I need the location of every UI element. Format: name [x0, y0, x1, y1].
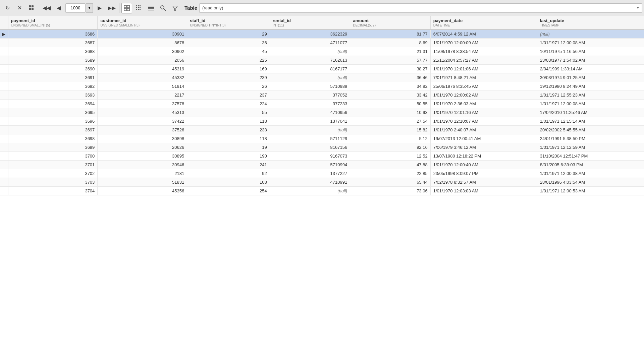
cell-last_update[interactable]: 24/01/1991 5:38:50 PM — [537, 134, 644, 143]
cell-payment_id[interactable]: 3695 — [8, 108, 98, 117]
cell-payment_id[interactable]: 3686 — [8, 29, 98, 39]
cell-staff_id[interactable]: 55 — [187, 108, 270, 117]
table-row[interactable]: 36883090245(null)21.3111/08/1978 8:38:54… — [0, 47, 644, 56]
cell-rental_id[interactable]: 3622329 — [270, 29, 350, 39]
cell-rental_id[interactable]: 9167073 — [270, 152, 350, 161]
cell-payment_id[interactable]: 3692 — [8, 82, 98, 91]
cell-staff_id[interactable]: 118 — [187, 134, 270, 143]
cell-payment_date[interactable]: 25/06/1976 8:35:45 AM — [430, 82, 537, 91]
cell-customer_id[interactable]: 8678 — [98, 39, 187, 47]
cell-payment_date[interactable]: 1/01/1970 2:36:03 AM — [430, 100, 537, 108]
cell-customer_id[interactable]: 30895 — [98, 152, 187, 161]
filter-button[interactable] — [170, 3, 180, 13]
cell-payment_id[interactable]: 3689 — [8, 56, 98, 65]
cell-payment_date[interactable]: 21/11/2004 2:57:27 AM — [430, 56, 537, 65]
cell-payment_id[interactable]: 3687 — [8, 39, 98, 47]
cell-staff_id[interactable]: 241 — [187, 161, 270, 169]
table-row[interactable]: 369145332239(null)36.467/01/1971 8:48:21… — [0, 73, 644, 82]
cell-last_update[interactable]: 23/03/1977 1:54:02 AM — [537, 56, 644, 65]
cell-customer_id[interactable]: 45332 — [98, 73, 187, 82]
cell-payment_date[interactable]: 13/07/1980 12:18:22 PM — [430, 152, 537, 161]
refresh-button[interactable]: ↻ — [2, 3, 13, 13]
cell-customer_id[interactable]: 30902 — [98, 47, 187, 56]
cell-customer_id[interactable]: 30946 — [98, 161, 187, 169]
cell-customer_id[interactable]: 30901 — [98, 29, 187, 39]
cell-amount[interactable]: 22.85 — [350, 169, 431, 178]
col-header-payment-date[interactable]: payment_date DATETIME — [430, 16, 537, 29]
cell-payment_id[interactable]: 3702 — [8, 169, 98, 178]
col-header-customer-id[interactable]: customer_id UNSIGNED SMALLINT(5) — [98, 16, 187, 29]
cell-amount[interactable]: 12.52 — [350, 152, 431, 161]
cell-payment_id[interactable]: 3693 — [8, 91, 98, 100]
cell-last_update[interactable]: 20/02/2002 5:45:55 AM — [537, 126, 644, 134]
col-header-amount[interactable]: amount DECIMAL(5, 2) — [350, 16, 431, 29]
cell-amount[interactable]: 50.55 — [350, 100, 431, 108]
cell-payment_id[interactable]: 3703 — [8, 178, 98, 187]
cell-payment_id[interactable]: 3691 — [8, 73, 98, 82]
table-row[interactable]: 370445356254(null)73.061/01/1970 12:03:0… — [0, 187, 644, 195]
cell-payment_date[interactable]: 7/01/1971 8:48:21 AM — [430, 73, 537, 82]
cell-staff_id[interactable]: 108 — [187, 178, 270, 187]
cell-last_update[interactable]: 1/01/1971 12:00:53 AM — [537, 187, 644, 195]
table-row[interactable]: ▶36863090129362232981.776/07/2014 4:59:1… — [0, 29, 644, 39]
cell-last_update[interactable]: 10/11/1975 1:16:56 AM — [537, 47, 644, 56]
cell-staff_id[interactable]: 225 — [187, 56, 270, 65]
cell-staff_id[interactable]: 29 — [187, 29, 270, 39]
cell-payment_date[interactable]: 1/01/1970 2:40:07 AM — [430, 126, 537, 134]
cell-staff_id[interactable]: 169 — [187, 65, 270, 73]
cell-rental_id[interactable]: (null) — [270, 47, 350, 56]
next-page-button[interactable]: ▶ — [94, 3, 105, 13]
cell-payment_id[interactable]: 3701 — [8, 161, 98, 169]
cell-staff_id[interactable]: 92 — [187, 169, 270, 178]
cell-last_update[interactable]: 19/12/1980 8:24:49 AM — [537, 82, 644, 91]
cell-rental_id[interactable]: 8167177 — [270, 65, 350, 73]
cell-staff_id[interactable]: 26 — [187, 82, 270, 91]
col-header-staff-id[interactable]: staff_id UNSIGNED TINYINT(3) — [187, 16, 270, 29]
table-row[interactable]: 370030895190916707312.5213/07/1980 12:18… — [0, 152, 644, 161]
cell-amount[interactable]: 27.54 — [350, 117, 431, 126]
cell-rental_id[interactable]: 5711129 — [270, 134, 350, 143]
cell-amount[interactable]: 34.82 — [350, 82, 431, 91]
cell-payment_date[interactable]: 19/07/2013 12:00:41 AM — [430, 134, 537, 143]
table-row[interactable]: 3693221723737705233.421/01/1970 12:00:02… — [0, 91, 644, 100]
cell-last_update[interactable]: 31/10/2004 12:51:47 PM — [537, 152, 644, 161]
cell-customer_id[interactable]: 51831 — [98, 178, 187, 187]
cell-payment_id[interactable]: 3696 — [8, 117, 98, 126]
cell-customer_id[interactable]: 45356 — [98, 187, 187, 195]
cell-rental_id[interactable]: (null) — [270, 126, 350, 134]
cell-payment_date[interactable]: 7/02/1978 8:32:57 AM — [430, 178, 537, 187]
cell-last_update[interactable]: (null) — [537, 29, 644, 39]
cell-staff_id[interactable]: 254 — [187, 187, 270, 195]
first-page-button[interactable]: ◀◀ — [41, 3, 52, 13]
cell-customer_id[interactable]: 2217 — [98, 91, 187, 100]
cell-rental_id[interactable]: 4710956 — [270, 108, 350, 117]
cell-rental_id[interactable]: 5710994 — [270, 161, 350, 169]
cell-staff_id[interactable]: 238 — [187, 126, 270, 134]
table-dropdown-arrow[interactable]: ▾ — [637, 6, 639, 10]
cell-payment_id[interactable]: 3700 — [8, 152, 98, 161]
table-row[interactable]: 368786783647110778.691/01/1970 12:00:09 … — [0, 39, 644, 47]
cell-last_update[interactable]: 28/01/1996 4:03:54 AM — [537, 178, 644, 187]
cell-amount[interactable]: 21.31 — [350, 47, 431, 56]
table-row[interactable]: 369045319169816717738.271/01/1970 12:01:… — [0, 65, 644, 73]
cell-amount[interactable]: 57.77 — [350, 56, 431, 65]
table-row[interactable]: 3702218192137722722.8523/05/1998 8:09:07… — [0, 169, 644, 178]
cell-customer_id[interactable]: 20626 — [98, 143, 187, 152]
cell-last_update[interactable]: 1/01/1971 12:15:14 AM — [537, 117, 644, 126]
cell-staff_id[interactable]: 19 — [187, 143, 270, 152]
cell-last_update[interactable]: 30/03/1974 9:01:25 AM — [537, 73, 644, 82]
cell-amount[interactable]: 65.44 — [350, 178, 431, 187]
cell-rental_id[interactable]: 377233 — [270, 100, 350, 108]
cell-payment_date[interactable]: 1/01/1970 12:01:06 AM — [430, 65, 537, 73]
cell-payment_date[interactable]: 1/01/1970 12:00:09 AM — [430, 39, 537, 47]
view-list-button[interactable] — [146, 3, 156, 13]
table-row[interactable]: 370351831108471099165.447/02/1978 8:32:5… — [0, 178, 644, 187]
cell-payment_date[interactable]: 6/07/2014 4:59:12 AM — [430, 29, 537, 39]
cell-payment_id[interactable]: 3699 — [8, 143, 98, 152]
cell-rental_id[interactable]: 8167156 — [270, 143, 350, 152]
cell-amount[interactable]: 15.82 — [350, 126, 431, 134]
cell-payment_id[interactable]: 3704 — [8, 187, 98, 195]
cell-payment_id[interactable]: 3697 — [8, 126, 98, 134]
cell-last_update[interactable]: 2/04/1999 1:33:14 AM — [537, 65, 644, 73]
cell-customer_id[interactable]: 37578 — [98, 100, 187, 108]
